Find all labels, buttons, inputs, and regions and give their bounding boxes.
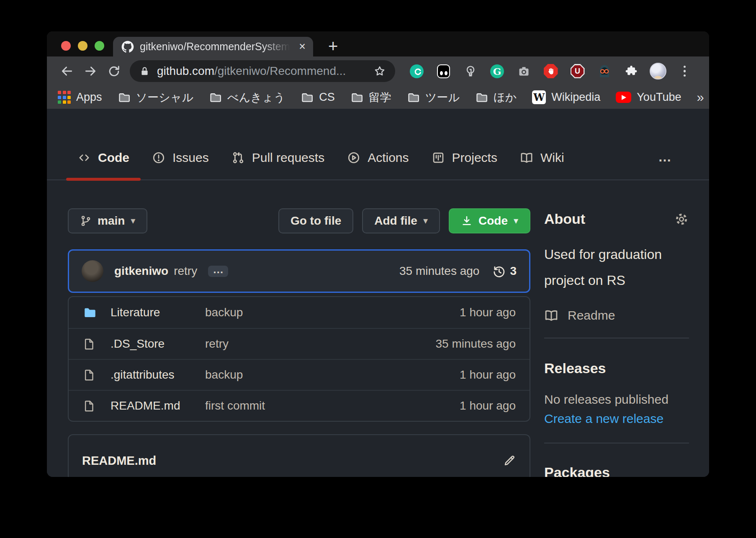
table-row[interactable]: .gitattributes backup 1 hour ago bbox=[69, 359, 530, 390]
bookmark-star-icon[interactable] bbox=[373, 65, 386, 77]
lock-icon[interactable] bbox=[139, 66, 150, 77]
wiki-book-icon bbox=[520, 151, 533, 164]
youtube-icon bbox=[616, 92, 631, 103]
folder-icon bbox=[350, 91, 363, 104]
tab-projects[interactable]: Projects bbox=[420, 151, 509, 179]
bookmark-label: CS bbox=[319, 91, 335, 104]
profile-avatar[interactable] bbox=[646, 60, 669, 83]
file-table: Literature backup 1 hour ago .DS_Store r… bbox=[68, 296, 530, 422]
download-icon bbox=[461, 215, 473, 227]
bookmark-label: ソーシャル bbox=[136, 90, 194, 105]
repo-description: Used for graduation project on RS bbox=[544, 241, 689, 293]
latest-commit-bar[interactable]: gitkeniwo retry … 35 minutes ago 3 bbox=[68, 249, 530, 293]
history-icon[interactable] bbox=[492, 264, 506, 278]
bookmark-label: Apps bbox=[76, 91, 102, 104]
browser-menu-kebab-icon[interactable] bbox=[673, 60, 696, 83]
commit-author[interactable]: gitkeniwo bbox=[114, 264, 168, 278]
repo-nav: Code Issues Pull requests Actions Projec… bbox=[47, 109, 709, 180]
commit-message[interactable]: backup bbox=[205, 368, 460, 382]
bookmark-folder-abroad[interactable]: 留学 bbox=[350, 90, 391, 105]
tab-label: Code bbox=[98, 151, 129, 165]
hooded-glasses-icon[interactable] bbox=[593, 60, 616, 83]
hand-block-icon[interactable] bbox=[539, 60, 562, 83]
zoom-window-button[interactable] bbox=[95, 41, 104, 51]
tab-label: Issues bbox=[172, 151, 209, 165]
dark-eyes-icon[interactable] bbox=[432, 60, 455, 83]
commit-time[interactable]: 35 minutes ago bbox=[399, 264, 479, 278]
chevron-down-icon: ▾ bbox=[423, 215, 428, 226]
tab-wiki[interactable]: Wiki bbox=[509, 151, 576, 179]
bookmark-folder-study[interactable]: べんきょう bbox=[209, 90, 285, 105]
file-name[interactable]: README.md bbox=[111, 399, 205, 412]
repo-actions-row: main ▾ Go to file Add file ▾ Code ▾ bbox=[68, 208, 530, 233]
bookmark-youtube[interactable]: YouTube bbox=[616, 91, 681, 104]
forward-icon[interactable] bbox=[79, 59, 102, 83]
table-row[interactable]: Literature backup 1 hour ago bbox=[69, 297, 530, 328]
branch-icon bbox=[80, 215, 92, 227]
reload-icon[interactable] bbox=[102, 59, 126, 83]
ublock-origin-icon[interactable]: U bbox=[566, 60, 589, 83]
commit-ellipsis-button[interactable]: … bbox=[208, 266, 228, 277]
add-file-button[interactable]: Add file ▾ bbox=[362, 208, 440, 233]
tab-label: Projects bbox=[452, 151, 497, 165]
glasp-icon[interactable] bbox=[405, 60, 428, 83]
table-row[interactable]: .DS_Store retry 35 minutes ago bbox=[69, 328, 530, 359]
tab-actions[interactable]: Actions bbox=[336, 151, 420, 179]
bookmark-wikipedia[interactable]: W Wikipedia bbox=[532, 90, 600, 104]
divider bbox=[544, 338, 689, 338]
puzzle-extensions-icon[interactable] bbox=[620, 60, 643, 83]
go-to-file-button[interactable]: Go to file bbox=[278, 208, 353, 233]
close-window-button[interactable] bbox=[61, 41, 71, 51]
tab-code[interactable]: Code bbox=[66, 151, 141, 179]
browser-window: gitkeniwo/RecommenderSystem × + github.c… bbox=[47, 31, 709, 477]
bookmarks-overflow-chevron[interactable]: » bbox=[697, 90, 704, 105]
create-release-link[interactable]: Create a new release bbox=[544, 412, 689, 426]
window-controls bbox=[61, 41, 104, 51]
folder-icon bbox=[82, 305, 99, 320]
commit-time[interactable]: 1 hour ago bbox=[460, 306, 516, 319]
pull-request-icon bbox=[231, 151, 245, 164]
bookmark-folder-cs[interactable]: CS bbox=[301, 91, 335, 104]
edit-pencil-icon[interactable] bbox=[503, 454, 516, 467]
commit-time[interactable]: 35 minutes ago bbox=[436, 337, 516, 351]
sidebar-readme-link[interactable]: Readme bbox=[544, 308, 689, 323]
commit-message[interactable]: retry bbox=[205, 337, 436, 351]
browser-tab[interactable]: gitkeniwo/RecommenderSystem × bbox=[113, 37, 313, 56]
commit-message[interactable]: first commit bbox=[205, 399, 460, 412]
bookmark-folder-tools[interactable]: ツール bbox=[407, 90, 460, 105]
camera-icon[interactable] bbox=[512, 60, 535, 83]
bookmark-apps[interactable]: Apps bbox=[58, 91, 102, 104]
file-name[interactable]: Literature bbox=[111, 306, 205, 319]
new-tab-button[interactable]: + bbox=[328, 38, 338, 54]
gear-icon[interactable] bbox=[674, 212, 689, 227]
tab-issues[interactable]: Issues bbox=[141, 151, 220, 179]
book-icon bbox=[544, 308, 558, 323]
packages-title[interactable]: Packages bbox=[544, 464, 689, 477]
branch-selector-button[interactable]: main ▾ bbox=[68, 208, 147, 233]
address-bar[interactable]: github.com /gitkeniwo/Recommend... bbox=[130, 60, 395, 82]
tab-label: Wiki bbox=[540, 151, 564, 165]
commit-author-avatar[interactable] bbox=[82, 260, 103, 282]
file-icon bbox=[82, 368, 99, 382]
tab-pull-requests[interactable]: Pull requests bbox=[220, 151, 336, 179]
file-name[interactable]: .gitattributes bbox=[111, 368, 205, 382]
commit-time[interactable]: 1 hour ago bbox=[460, 399, 516, 412]
tab-title: gitkeniwo/RecommenderSystem bbox=[140, 41, 293, 53]
commit-time[interactable]: 1 hour ago bbox=[460, 368, 516, 382]
file-name[interactable]: .DS_Store bbox=[111, 337, 205, 351]
releases-title[interactable]: Releases bbox=[544, 360, 689, 377]
tab-close-icon[interactable]: × bbox=[299, 41, 306, 52]
commit-count[interactable]: 3 bbox=[510, 264, 517, 278]
grammarly-icon[interactable]: G bbox=[486, 60, 509, 83]
bookmark-folder-other[interactable]: ほか bbox=[475, 90, 517, 105]
commit-message[interactable]: retry bbox=[174, 264, 197, 278]
readme-section-title[interactable]: README.md bbox=[82, 454, 156, 468]
table-row[interactable]: README.md first commit 1 hour ago bbox=[69, 390, 530, 421]
bookmark-folder-social[interactable]: ソーシャル bbox=[118, 90, 194, 105]
lightbulb-icon[interactable] bbox=[459, 60, 482, 83]
commit-message[interactable]: backup bbox=[205, 306, 460, 319]
nav-more-kebab[interactable]: … bbox=[658, 151, 672, 163]
code-download-button[interactable]: Code ▾ bbox=[449, 208, 530, 233]
back-icon[interactable] bbox=[55, 59, 79, 83]
minimize-window-button[interactable] bbox=[78, 41, 87, 51]
